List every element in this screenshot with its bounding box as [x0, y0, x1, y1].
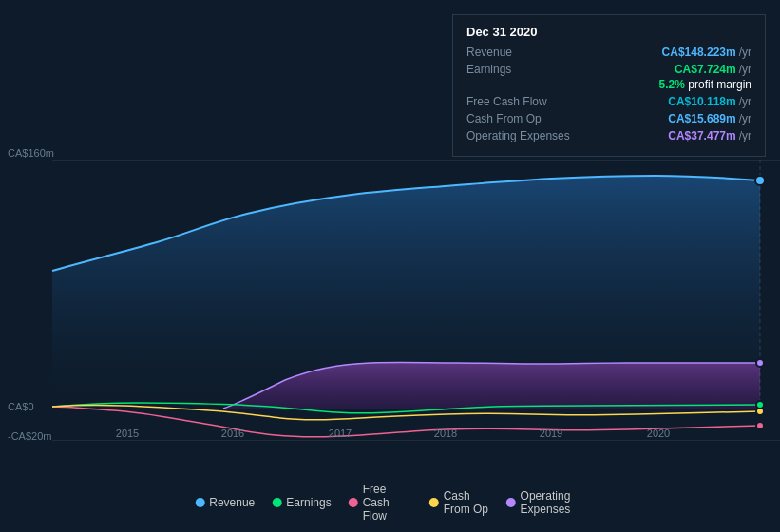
earnings-dot [756, 401, 764, 408]
legend-cashfromop-label: Cash From Op [444, 489, 489, 516]
tooltip-earnings-value: CA$7.724m/yr [675, 63, 751, 76]
y-label-neg20m: -CA$20m [8, 430, 51, 442]
data-tooltip: Dec 31 2020 Revenue CA$148.223m/yr Earni… [452, 14, 766, 157]
fcf-dot [756, 422, 764, 429]
legend-earnings-dot [272, 498, 281, 507]
tooltip-fcf-value: CA$10.118m/yr [668, 95, 751, 108]
tooltip-opex-label: Operating Expenses [466, 129, 570, 142]
x-label-2015: 2015 [116, 428, 139, 439]
tooltip-earnings-row: Earnings CA$7.724m/yr [466, 63, 751, 76]
tooltip-revenue-value: CA$148.223m/yr [662, 46, 751, 59]
legend-opex: Operating Expenses [506, 489, 585, 516]
x-label-2019: 2019 [540, 428, 562, 439]
chart-legend: Revenue Earnings Free Cash Flow Cash Fro… [195, 483, 585, 522]
legend-opex-label: Operating Expenses [521, 489, 585, 516]
profit-margin-row: 5.2% profit margin [466, 78, 751, 91]
tooltip-cashfromop-value: CA$15.689m/yr [668, 112, 751, 125]
y-label-0: CA$0 [8, 401, 34, 412]
tooltip-revenue-label: Revenue [466, 46, 512, 59]
tooltip-title: Dec 31 2020 [466, 25, 751, 39]
tooltip-fcf-row: Free Cash Flow CA$10.118m/yr [466, 95, 751, 108]
x-label-2020: 2020 [647, 428, 670, 439]
legend-fcf-label: Free Cash Flow [363, 483, 412, 522]
legend-cashfromop: Cash From Op [429, 489, 489, 516]
tooltip-revenue-row: Revenue CA$148.223m/yr [466, 46, 751, 59]
tooltip-cashfromop-row: Cash From Op CA$15.689m/yr [466, 112, 751, 125]
legend-cashfromop-dot [429, 498, 439, 507]
legend-revenue-label: Revenue [209, 496, 255, 509]
revenue-dot [755, 176, 765, 185]
legend-earnings-label: Earnings [286, 496, 331, 509]
x-label-2016: 2016 [221, 428, 244, 439]
profit-margin-value: 5.2% [659, 78, 685, 91]
opex-dot [756, 359, 764, 367]
tooltip-earnings-label: Earnings [466, 63, 511, 76]
tooltip-fcf-label: Free Cash Flow [466, 95, 547, 108]
legend-opex-dot [506, 498, 516, 507]
tooltip-opex-row: Operating Expenses CA$37.477m/yr [466, 129, 751, 142]
legend-revenue-dot [195, 498, 204, 507]
tooltip-cashfromop-label: Cash From Op [466, 112, 542, 125]
y-label-160m: CA$160m [8, 147, 54, 159]
x-label-2017: 2017 [329, 428, 352, 439]
legend-fcf: Free Cash Flow [349, 483, 412, 522]
legend-fcf-dot [349, 498, 358, 507]
legend-earnings: Earnings [272, 496, 331, 509]
legend-revenue: Revenue [195, 496, 255, 509]
x-label-2018: 2018 [434, 428, 457, 439]
tooltip-opex-value: CA$37.477m/yr [668, 129, 751, 142]
